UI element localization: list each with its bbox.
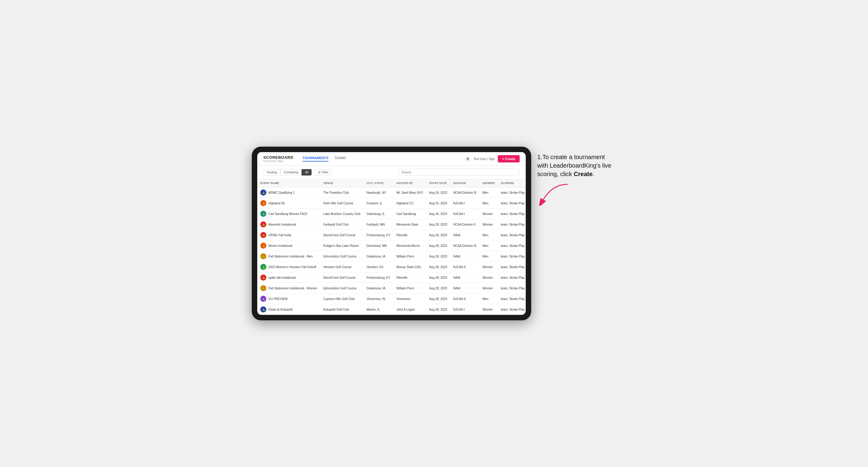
outer-wrapper: SCOREBOARD Powered by Clippt TOURNAMENTS… (252, 147, 616, 320)
event-name-cell: ⛳ Maverick Invitational (260, 221, 317, 227)
cell-event-name: ⛳ 2023 Women's Hesston Fall Kickoff (257, 262, 320, 272)
cell-scoring: team, Stroke Play (498, 272, 526, 283)
event-name-cell: ⛳ Carl Sandburg Women FA23 (260, 211, 317, 217)
event-name-cell: ⛳ Highland 36 (260, 200, 317, 206)
cell-start-date: Aug 28, 2023 (426, 241, 451, 251)
table-row: ⛳ Fall Statesmen Invitational - Men Edmu… (257, 251, 526, 262)
table-container: EVENT NAME VENUE CITY, STATE HOSTED BY S… (257, 179, 526, 315)
logo-sub: Powered by Clippt (263, 160, 293, 162)
event-name-cell: ⛳ 2023 Women's Hesston Fall Kickoff (260, 264, 317, 270)
cell-gender: Men (479, 230, 498, 241)
header-row: EVENT NAME VENUE CITY, STATE HOSTED BY S… (257, 179, 526, 187)
col-gender: GENDER (479, 179, 498, 187)
cell-city-state: Vincennes, IN (364, 293, 393, 304)
cell-division: NAIA (450, 230, 479, 241)
event-name-text: Fall Statesmen Invitational - Men (269, 255, 313, 258)
nav-link-tournaments[interactable]: TOURNAMENTS (303, 156, 328, 161)
cell-hosted-by: Murray State (OK) (393, 262, 426, 272)
team-icon: ⛳ (260, 306, 266, 312)
cell-venue: StoneCrest Golf Course (320, 272, 363, 283)
table-row: ⛳ 2023 Women's Hesston Fall Kickoff Hess… (257, 262, 526, 272)
cell-gender: Women (479, 304, 498, 315)
cell-division: NJCAA I (450, 304, 479, 315)
cell-gender: Men (479, 251, 498, 262)
cell-gender: Men (479, 241, 498, 251)
cell-event-name: ⛳ UPIKE Fall Invite (257, 230, 320, 241)
annotation-highlight: Create (574, 170, 592, 177)
cell-city-state: Hesston, KS (364, 262, 393, 272)
event-name-text: MSMC Qualifying 1 (269, 191, 294, 194)
cell-city-state: Faribault, MN (364, 219, 393, 230)
settings-icon[interactable]: ⚙ (465, 156, 470, 161)
cell-event-name: ⛳ Highland 36 (257, 198, 320, 209)
nav-links: TOURNAMENTS TEAMS (303, 156, 456, 161)
team-icon: ⛳ (260, 232, 266, 238)
cell-division: NJCAA I (450, 198, 479, 209)
cell-division: NAIA (450, 251, 479, 262)
cell-division: NCAA Division III (450, 187, 479, 198)
cell-event-name: ⛳ VU PREVIEW (257, 293, 320, 304)
cell-venue: Hesston Golf Course (320, 262, 363, 272)
cell-city-state: Prestonsburg, KY (364, 230, 393, 241)
event-name-text: UPIKE Fall Invite (269, 234, 291, 237)
cell-venue: Lake Bracken Country Club (320, 209, 363, 219)
create-button[interactable]: + Create (498, 155, 520, 162)
event-name-text: VU PREVIEW (269, 297, 288, 301)
event-name-cell: ⛳ VU PREVIEW (260, 296, 317, 302)
cell-start-date: Aug 28, 2023 (426, 219, 451, 230)
table-row: ⛳ Fall Statesmen Invitational - Women Ed… (257, 283, 526, 293)
cell-scoring: team, Stroke Play (498, 251, 526, 262)
team-icon: ⛳ (260, 189, 266, 195)
cell-city-state: Deerwood, MN (364, 241, 393, 251)
cell-hosted-by: Mt. Saint Mary (NY) (393, 187, 426, 198)
col-event-name: EVENT NAME (257, 179, 320, 187)
cell-venue: StoneCrest Golf Course (320, 230, 363, 241)
table-row: ⛳ MSMC Qualifying 1 The Powelton Club Ne… (257, 187, 526, 198)
event-name-text: 2023 Women's Hesston Fall Kickoff (269, 266, 316, 269)
cell-event-name: ⛳ Morris Invitational (257, 241, 320, 251)
filter-group: Hosting Competing All (263, 169, 312, 176)
cell-event-name: ⛳ upike fall invitational (257, 272, 320, 283)
cell-scoring: team, Stroke Play (498, 230, 526, 241)
logo-area: SCOREBOARD Powered by Clippt (263, 155, 293, 162)
team-icon: ⛳ (260, 221, 266, 227)
filter-all-button[interactable]: All (302, 169, 312, 176)
cell-venue: Edmundson Golf Course (320, 283, 363, 293)
cell-venue: Edmundson Golf Course (320, 251, 363, 262)
search-input[interactable] (398, 169, 520, 176)
filter-icon-button[interactable]: ☰ Filter (315, 169, 332, 176)
tablet-frame: SCOREBOARD Powered by Clippt TOURNAMENTS… (252, 147, 531, 320)
table-row: ⛳ upike fall invitational StoneCrest Gol… (257, 272, 526, 283)
cell-event-name: ⛳ MSMC Qualifying 1 (257, 187, 320, 198)
event-name-text: upike fall invitational (269, 276, 296, 279)
filter-hosting-button[interactable]: Hosting (263, 169, 280, 176)
cell-division: NJCAA I (450, 209, 479, 219)
cell-division: NJCAA II (450, 262, 479, 272)
table-row: ⛳ Maverick Invitational Faribault Golf C… (257, 219, 526, 230)
cell-start-date: Aug 28, 2023 (426, 293, 451, 304)
col-division: DIVISION (450, 179, 479, 187)
cell-scoring: team, Stroke Play (498, 262, 526, 272)
event-name-cell: ⛳ Fall Statesmen Invitational - Women (260, 285, 317, 291)
cell-gender: Women (479, 209, 498, 219)
table-row: ⛳ Klash at Kokopelli Kokopelli Golf Club… (257, 304, 526, 315)
team-icon: ⛳ (260, 243, 266, 249)
cell-city-state: Oskaloosa, IA (364, 283, 393, 293)
event-name-cell: ⛳ MSMC Qualifying 1 (260, 189, 317, 195)
cell-event-name: ⛳ Maverick Invitational (257, 219, 320, 230)
cell-venue: Kokopelli Golf Club (320, 304, 363, 315)
table-row: ⛳ Morris Invitational Ruttger's Bay Lake… (257, 241, 526, 251)
cell-city-state: Newburgh, NY (364, 187, 393, 198)
cell-scoring: team, Stroke Play (498, 293, 526, 304)
event-name-cell: ⛳ Morris Invitational (260, 243, 317, 249)
event-name-cell: ⛳ Fall Statesmen Invitational - Men (260, 253, 317, 259)
event-name-text: Maverick Invitational (269, 223, 296, 226)
cell-hosted-by: Minnesota-Morris (393, 241, 426, 251)
filter-competing-button[interactable]: Competing (280, 169, 302, 176)
cell-venue: Park Hills Golf Course (320, 198, 363, 209)
cell-hosted-by: Pikeville (393, 272, 426, 283)
event-name-text: Fall Statesmen Invitational - Women (269, 287, 317, 290)
cell-hosted-by: Carl Sandburg (393, 209, 426, 219)
cell-division: NAIA (450, 272, 479, 283)
nav-link-teams[interactable]: TEAMS (334, 156, 346, 161)
